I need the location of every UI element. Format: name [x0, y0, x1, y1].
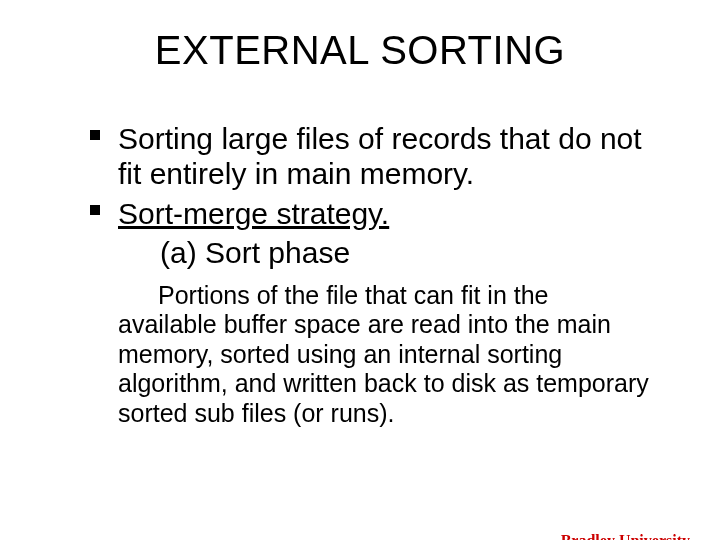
bullet-text: Sorting large files of records that do n… [118, 122, 642, 190]
sub-item: (a) Sort phase [90, 235, 660, 270]
footer-branding: Bradley University [561, 532, 690, 540]
slide-title: EXTERNAL SORTING [0, 28, 720, 73]
slide-content: Sorting large files of records that do n… [0, 121, 720, 428]
square-bullet-icon [90, 130, 100, 140]
slide: EXTERNAL SORTING Sorting large files of … [0, 28, 720, 540]
bullet-text: Sort-merge strategy. [118, 197, 389, 230]
bullet-item: Sort-merge strategy. [90, 196, 660, 231]
square-bullet-icon [90, 205, 100, 215]
body-paragraph: Portions of the file that can fit in the… [90, 281, 660, 429]
bullet-item: Sorting large files of records that do n… [90, 121, 660, 192]
